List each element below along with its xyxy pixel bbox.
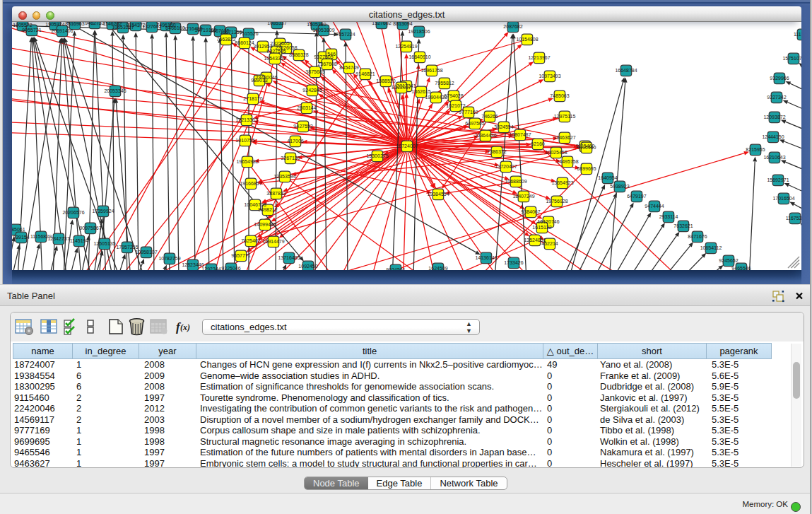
svg-text:10958107: 10958107 <box>135 250 157 255</box>
svg-text:939154: 939154 <box>13 235 29 240</box>
svg-text:20206576: 20206576 <box>62 210 84 215</box>
svg-text:(x): (x) <box>180 322 190 332</box>
svg-text:8660124: 8660124 <box>235 40 254 45</box>
svg-text:9024501: 9024501 <box>386 267 405 270</box>
svg-text:1615132: 1615132 <box>532 225 551 230</box>
svg-text:15300275: 15300275 <box>366 153 388 158</box>
svg-text:1640954: 1640954 <box>598 175 617 180</box>
svg-text:14099485: 14099485 <box>254 222 276 227</box>
svg-text:9465546: 9465546 <box>731 266 751 270</box>
svg-text:6794028: 6794028 <box>444 93 463 98</box>
svg-text:15751074: 15751074 <box>782 56 801 61</box>
svg-text:12213967: 12213967 <box>528 55 550 60</box>
svg-text:452214: 452214 <box>541 241 558 246</box>
svg-text:7632621: 7632621 <box>673 223 693 228</box>
svg-text:17957255: 17957255 <box>116 245 138 250</box>
svg-text:9777169: 9777169 <box>459 110 478 115</box>
svg-text:1621072: 1621072 <box>446 103 465 108</box>
svg-text:5938923: 5938923 <box>610 184 629 189</box>
svg-text:9498212: 9498212 <box>258 207 277 212</box>
svg-text:20053346: 20053346 <box>104 88 126 93</box>
svg-text:2087682: 2087682 <box>503 24 522 29</box>
svg-text:1733426: 1733426 <box>504 260 523 265</box>
svg-text:10782759: 10782759 <box>158 256 180 261</box>
svg-text:6899695: 6899695 <box>577 166 596 171</box>
svg-text:7955812: 7955812 <box>435 81 454 86</box>
svg-text:18407249: 18407249 <box>512 194 534 199</box>
svg-text:7663822: 7663822 <box>216 37 235 42</box>
svg-text:14136141: 14136141 <box>475 255 497 260</box>
svg-text:7485063: 7485063 <box>550 93 569 98</box>
svg-text:1362615: 1362615 <box>411 89 430 94</box>
svg-text:2367608: 2367608 <box>317 62 336 66</box>
svg-text:10654112: 10654112 <box>700 245 722 250</box>
svg-text:10688609: 10688609 <box>505 179 526 184</box>
svg-text:13654923: 13654923 <box>551 180 573 185</box>
svg-text:12823446: 12823446 <box>182 262 204 267</box>
svg-text:1292344: 1292344 <box>201 267 220 270</box>
svg-text:20364436: 20364436 <box>474 133 496 138</box>
svg-text:19654982: 19654982 <box>236 159 258 164</box>
svg-text:12975115: 12975115 <box>554 114 576 119</box>
svg-text:90975867: 90975867 <box>79 226 101 230</box>
svg-text:17016504: 17016504 <box>772 196 794 201</box>
svg-text:19463627: 19463627 <box>553 135 575 140</box>
svg-text:13716485: 13716485 <box>278 255 300 260</box>
svg-text:8386328: 8386328 <box>289 52 308 57</box>
svg-text:2718170: 2718170 <box>243 96 262 101</box>
svg-text:1588520: 1588520 <box>376 78 395 83</box>
svg-text:9115460: 9115460 <box>577 145 596 150</box>
svg-text:2933114: 2933114 <box>659 214 678 219</box>
svg-text:1010755: 1010755 <box>235 138 254 143</box>
svg-text:10025458: 10025458 <box>545 150 567 155</box>
svg-text:10154808: 10154808 <box>516 37 538 42</box>
svg-text:12213363: 12213363 <box>235 117 257 122</box>
svg-text:8454749: 8454749 <box>339 65 358 70</box>
svg-text:7515526: 7515526 <box>239 31 258 36</box>
svg-text:1605380: 1605380 <box>307 22 326 27</box>
svg-text:9055721: 9055721 <box>22 28 41 33</box>
svg-text:1905374: 1905374 <box>45 22 64 27</box>
svg-text:6479197: 6479197 <box>627 194 646 199</box>
svg-text:9329966: 9329966 <box>770 76 789 81</box>
svg-text:746266: 746266 <box>481 114 498 119</box>
svg-text:1117530: 1117530 <box>794 32 801 37</box>
svg-text:3267130: 3267130 <box>281 156 300 160</box>
svg-text:8813094: 8813094 <box>393 22 412 26</box>
svg-text:7625402: 7625402 <box>241 238 260 243</box>
svg-text:16640910: 16640910 <box>408 54 430 59</box>
svg-text:9325046: 9325046 <box>221 266 240 270</box>
svg-text:20691406: 20691406 <box>51 28 73 33</box>
svg-text:9146821: 9146821 <box>355 71 375 76</box>
svg-text:9242845: 9242845 <box>302 88 322 93</box>
svg-text:9185061: 9185061 <box>12 227 25 232</box>
svg-text:1527602: 1527602 <box>372 22 391 25</box>
svg-text:1905572: 1905572 <box>13 23 32 28</box>
svg-text:17359924: 17359924 <box>92 209 114 214</box>
svg-text:12444150: 12444150 <box>762 134 784 139</box>
svg-text:19384554: 19384554 <box>427 192 449 197</box>
svg-text:9384067: 9384067 <box>521 209 540 214</box>
svg-text:16961758: 16961758 <box>420 68 442 73</box>
svg-text:546: 546 <box>327 52 336 57</box>
svg-text:1092450: 1092450 <box>298 264 317 269</box>
svg-text:12353594: 12353594 <box>273 174 295 179</box>
svg-text:10807487: 10807487 <box>509 132 531 137</box>
svg-text:9245652: 9245652 <box>719 258 738 263</box>
svg-text:12505135: 12505135 <box>93 241 115 246</box>
svg-text:19756928: 19756928 <box>546 199 567 204</box>
svg-text:16053809: 16053809 <box>312 28 334 33</box>
svg-text:9427552: 9427552 <box>293 124 312 129</box>
svg-text:1145194: 1145194 <box>70 238 89 243</box>
svg-text:1085337: 1085337 <box>267 22 286 25</box>
svg-text:1167533: 1167533 <box>786 216 801 221</box>
svg-text:9227342: 9227342 <box>767 95 786 100</box>
svg-text:10046708: 10046708 <box>244 202 266 207</box>
svg-text:1624509: 1624509 <box>428 266 447 270</box>
svg-text:19218506: 19218506 <box>408 29 430 34</box>
svg-text:8215955: 8215955 <box>746 147 765 152</box>
svg-text:7857224: 7857224 <box>336 32 355 37</box>
svg-text:12254819: 12254819 <box>395 44 417 49</box>
svg-text:7386372: 7386372 <box>487 149 506 154</box>
svg-text:12342737: 12342737 <box>47 236 69 241</box>
